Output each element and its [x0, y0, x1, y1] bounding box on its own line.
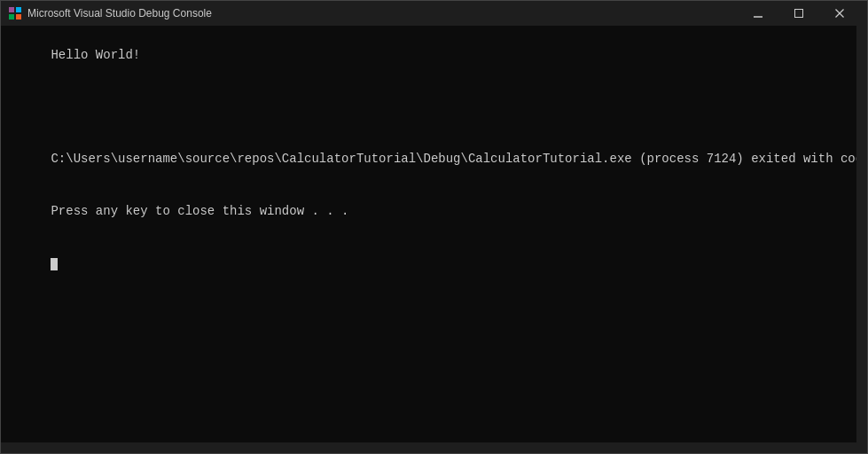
svg-rect-5 — [795, 10, 803, 18]
horizontal-scrollbar[interactable] — [1, 442, 856, 453]
svg-rect-3 — [16, 14, 21, 20]
svg-rect-2 — [9, 14, 14, 20]
scrollbar-corner — [856, 442, 867, 453]
window-title: Microsoft Visual Studio Debug Console — [27, 7, 738, 20]
titlebar: Microsoft Visual Studio Debug Console — [1, 1, 867, 26]
maximize-button[interactable] — [778, 1, 819, 26]
svg-rect-1 — [16, 7, 21, 12]
vertical-scrollbar[interactable] — [856, 26, 867, 442]
close-button[interactable] — [819, 1, 860, 26]
console-line1: Hello World! — [51, 48, 140, 62]
minimize-button[interactable] — [738, 1, 778, 26]
console-cursor — [51, 258, 58, 270]
console-output[interactable]: Hello World! C:\Users\username\source\re… — [1, 26, 867, 453]
console-line4: Press any key to close this window . . . — [51, 204, 348, 218]
console-line3: C:\Users\username\source\repos\Calculato… — [51, 152, 867, 166]
app-icon — [8, 6, 22, 20]
window-controls — [738, 1, 860, 26]
console-content: Hello World! C:\Users\username\source\re… — [6, 29, 862, 290]
svg-rect-0 — [9, 7, 14, 12]
app-window: Microsoft Visual Studio Debug Console — [0, 0, 868, 454]
